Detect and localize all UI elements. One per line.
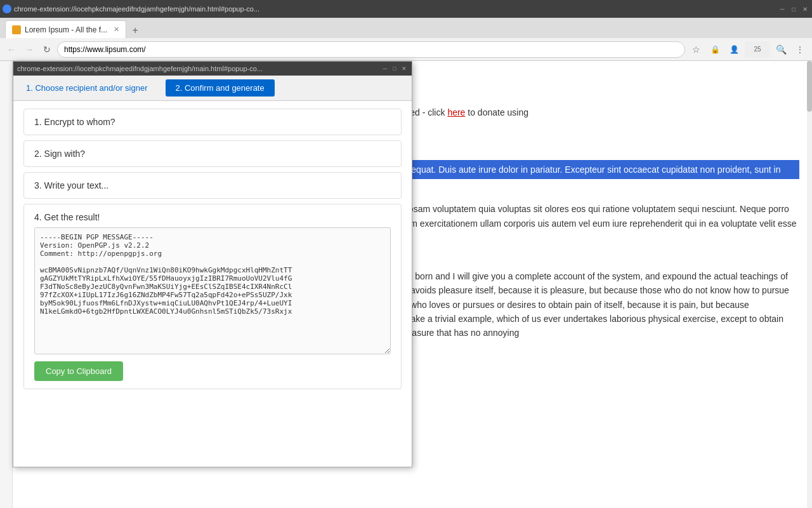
bookmark-button[interactable]: ☆	[688, 41, 704, 58]
tab-close-icon[interactable]: ✕	[114, 25, 119, 34]
forward-button[interactable]: →	[22, 42, 37, 57]
step-1[interactable]: 1. Encrypt to whom?	[23, 109, 402, 135]
popup-title-bar: chrome-extension://iocehpkchmajeedifndgj…	[13, 62, 412, 76]
tab-title: Lorem Ipsum - All the f...	[25, 25, 107, 34]
popup-content: 1. Encrypt to whom? 2. Sign with? 3. Wri…	[13, 101, 412, 402]
page-scrollbar-thumb[interactable]	[807, 61, 812, 112]
copy-to-clipboard-button[interactable]: Copy to Clipboard	[34, 361, 123, 381]
title-bar: chrome-extension://iocehpkchmajeedifndgj…	[0, 0, 812, 18]
step-2[interactable]: 2. Sign with?	[23, 140, 402, 167]
popup-tab-1[interactable]: 1. Choose recipient and/or signer	[13, 76, 160, 100]
back-button[interactable]: ←	[4, 42, 19, 57]
extension-button-3[interactable]: 25	[745, 41, 770, 58]
step-2-label: 2. Sign with?	[34, 149, 85, 159]
step-4: 4. Get the result! -----BEGIN PGP MESSAG…	[23, 204, 402, 389]
tab-bar: Lorem Ipsum - All the f... ✕ +	[0, 18, 812, 38]
popup-close-button[interactable]: ✕	[400, 65, 408, 72]
tab-1[interactable]: Lorem Ipsum - All the f... ✕	[5, 20, 126, 38]
extension-button-4[interactable]: 🔍	[773, 41, 789, 58]
popup-maximize-button[interactable]: □	[391, 65, 398, 72]
browser-icon	[3, 4, 11, 13]
popup-container: chrome-extension://iocehpkchmajeedifndgj…	[13, 61, 412, 467]
step-3-label: 3. Write your text...	[34, 180, 108, 190]
here-link[interactable]: here	[447, 107, 465, 117]
popup-tab-2[interactable]: 2. Confirm and generate	[166, 79, 275, 97]
new-tab-button[interactable]: +	[128, 23, 143, 38]
reload-button[interactable]: ↻	[39, 42, 55, 57]
popup-tab-bar: 1. Choose recipient and/or signer 2. Con…	[13, 76, 412, 101]
maximize-button[interactable]: □	[789, 4, 798, 13]
step-3[interactable]: 3. Write your text...	[23, 172, 402, 199]
tab-favicon	[12, 25, 21, 34]
address-input[interactable]	[57, 41, 685, 58]
page-scrollbar[interactable]	[807, 61, 812, 508]
step-1-label: 1. Encrypt to whom?	[34, 117, 115, 127]
step-4-title: 4. Get the result!	[34, 212, 391, 222]
sidebar-stub	[0, 61, 13, 508]
menu-button[interactable]: ⋮	[792, 41, 808, 58]
pgp-output[interactable]: -----BEGIN PGP MESSAGE----- Version: Ope…	[34, 227, 391, 354]
popup-header-text: chrome-extension://iocehpkchmajeedifndgj…	[17, 65, 379, 72]
close-button[interactable]: ✕	[801, 4, 809, 13]
title-bar-text: chrome-extension://iocehpkchmajeedifndgj…	[14, 5, 775, 13]
minimize-button[interactable]: ─	[778, 4, 787, 13]
nav-bar: ← → ↻ ☆ 🔒 👤 25 🔍 ⋮	[0, 38, 812, 61]
popup-minimize-button[interactable]: ─	[381, 65, 389, 72]
extension-button-2[interactable]: 👤	[726, 41, 742, 58]
extension-button-1[interactable]: 🔒	[707, 41, 723, 58]
